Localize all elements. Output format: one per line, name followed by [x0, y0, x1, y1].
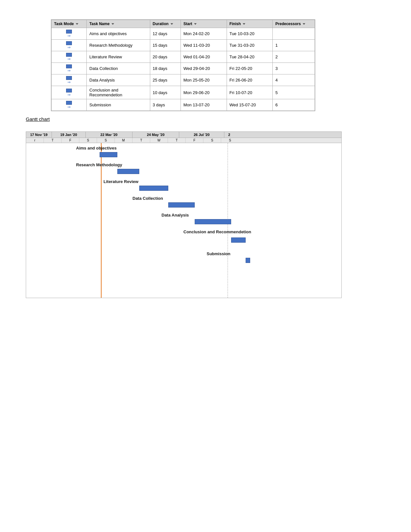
- gantt-month-cell: 26 Jul '20: [179, 132, 224, 138]
- gantt-month-cell: 2: [224, 132, 234, 138]
- gantt-bar: [246, 258, 250, 263]
- task-mode-cell: ⇒: [51, 40, 87, 51]
- pred-cell: 4: [273, 74, 315, 86]
- gantt-day-cell: F: [62, 138, 79, 143]
- task-mode-cell: ⇒: [51, 74, 87, 86]
- duration-cell: 20 days: [150, 51, 181, 63]
- header-task-name[interactable]: Task Name: [87, 20, 150, 28]
- task-arrow-icon: ⇒: [67, 80, 71, 84]
- gantt-task-label: Submission: [207, 251, 230, 256]
- task-name-cell: Data Collection: [87, 63, 150, 74]
- finish-cell: Wed 15-07-20: [227, 99, 273, 111]
- task-mode-cell: ⇒: [51, 86, 87, 99]
- pred-cell: 3: [273, 63, 315, 74]
- table-row: ⇒ Submission 3 days Mon 13-07-20 Wed 15-…: [51, 99, 315, 111]
- task-mode-icon: ⇒: [66, 89, 72, 97]
- sort-arrow-duration[interactable]: [171, 23, 173, 25]
- sort-arrow-task-name[interactable]: [112, 23, 114, 25]
- gantt-task-label: Data Analysis: [161, 213, 189, 218]
- gantt-month-cell: 22 Mar '20: [86, 132, 132, 138]
- header-finish[interactable]: Finish: [227, 20, 273, 28]
- task-arrow-icon: ⇒: [67, 57, 71, 61]
- gantt-task-label: Research Methodology: [76, 162, 122, 167]
- gantt-day-cell: W: [150, 138, 168, 143]
- gantt-day-cell: T: [44, 138, 62, 143]
- gantt-task-row: Aims and objectives: [26, 146, 341, 160]
- start-cell: Wed 29-04-20: [181, 63, 227, 74]
- start-cell: Wed 01-04-20: [181, 51, 227, 63]
- finish-cell: Fri 22-05-20: [227, 63, 273, 74]
- gantt-month-cell: 24 May '20: [132, 132, 179, 138]
- task-mode-cell: ⇒: [51, 51, 87, 63]
- header-predecessors[interactable]: Predecessors: [273, 20, 315, 28]
- table-row: ⇒ Data Collection 18 days Wed 29-04-20 F…: [51, 63, 315, 74]
- pred-cell: 1: [273, 40, 315, 51]
- start-cell: Mon 29-06-20: [181, 86, 227, 99]
- gantt-month-cell: 19 Jan '20: [52, 132, 86, 138]
- sort-arrow-task-mode[interactable]: [76, 23, 78, 25]
- gantt-bar: [100, 152, 117, 157]
- gantt-day-cell: r: [26, 138, 44, 143]
- table-row: ⇒ Aims and objectives 12 days Mon 24-02-…: [51, 28, 315, 40]
- gantt-bar: [231, 237, 246, 243]
- header-duration[interactable]: Duration: [150, 20, 181, 28]
- finish-cell: Fri 26-06-20: [227, 74, 273, 86]
- gantt-day-cell: T: [168, 138, 186, 143]
- task-name-cell: Conclusion and Recommendetion: [87, 86, 150, 99]
- sort-arrow-finish[interactable]: [243, 23, 245, 25]
- task-arrow-icon: ⇒: [67, 105, 71, 109]
- pred-cell: 6: [273, 99, 315, 111]
- gantt-day-cell: S: [203, 138, 221, 143]
- table-row: ⇒ Research Methodology 15 days Wed 11-03…: [51, 40, 315, 51]
- gantt-chart-body: Aims and objectives Research Methodology…: [26, 143, 341, 298]
- task-mode-icon: ⇒: [66, 101, 72, 109]
- gantt-day-cell: S: [97, 138, 115, 143]
- page-title: Gantt chart: [26, 116, 50, 122]
- table-row: ⇒ Conclusion and Recommendetion 10 days …: [51, 86, 315, 99]
- gantt-day-cell: S: [79, 138, 97, 143]
- gantt-day-cell: F: [186, 138, 203, 143]
- gantt-bar: [139, 186, 168, 191]
- header-start[interactable]: Start: [181, 20, 227, 28]
- task-mode-cell: ⇒: [51, 99, 87, 111]
- duration-cell: 3 days: [150, 99, 181, 111]
- start-cell: Wed 11-03-20: [181, 40, 227, 51]
- task-name-cell: Literature Review: [87, 51, 150, 63]
- gantt-day-cell: S: [221, 138, 239, 143]
- pred-cell: [273, 28, 315, 40]
- task-name-cell: Data Analysis: [87, 74, 150, 86]
- gantt-task-row: Data Collection: [26, 196, 341, 210]
- task-mode-icon: ⇒: [66, 53, 72, 61]
- finish-cell: Tue 28-04-20: [227, 51, 273, 63]
- finish-cell: Tue 10-03-20: [227, 28, 273, 40]
- gantt-task-row: Conclusion and Recommendetion: [26, 229, 341, 247]
- task-mode-icon: ⇒: [66, 41, 72, 49]
- task-mode-icon: ⇒: [66, 30, 72, 38]
- task-arrow-icon: ⇒: [67, 45, 71, 49]
- pred-cell: 2: [273, 51, 315, 63]
- finish-cell: Tue 31-03-20: [227, 40, 273, 51]
- gantt-bar: [117, 169, 139, 174]
- gantt-task-label: Conclusion and Recommendetion: [183, 229, 251, 234]
- task-arrow-icon: ⇒: [67, 69, 71, 73]
- task-arrow-icon: ⇒: [67, 34, 71, 38]
- gantt-bar: [168, 202, 195, 208]
- gantt-month-cell: 17 Nov '19: [26, 132, 52, 138]
- gantt-task-label: Data Collection: [132, 196, 163, 201]
- gantt-task-row: Research Methodology: [26, 162, 341, 177]
- task-mode-cell: ⇒: [51, 28, 87, 40]
- gantt-task-row: Data Analysis: [26, 213, 341, 227]
- pred-cell: 5: [273, 86, 315, 99]
- gantt-task-label: Literature Review: [103, 179, 138, 184]
- gantt-task-label: Aims and objectives: [76, 146, 117, 150]
- gantt-bar: [195, 219, 231, 224]
- header-task-mode[interactable]: Task Mode: [51, 20, 87, 28]
- sort-arrow-start[interactable]: [194, 23, 197, 25]
- task-mode-cell: ⇒: [51, 63, 87, 74]
- duration-cell: 10 days: [150, 86, 181, 99]
- gantt-month-header: 17 Nov '19 19 Jan '20 22 Mar '20 24 May …: [26, 132, 341, 138]
- duration-cell: 25 days: [150, 74, 181, 86]
- start-cell: Mon 24-02-20: [181, 28, 227, 40]
- table-row: ⇒ Literature Review 20 days Wed 01-04-20…: [51, 51, 315, 63]
- sort-arrow-pred[interactable]: [303, 23, 305, 25]
